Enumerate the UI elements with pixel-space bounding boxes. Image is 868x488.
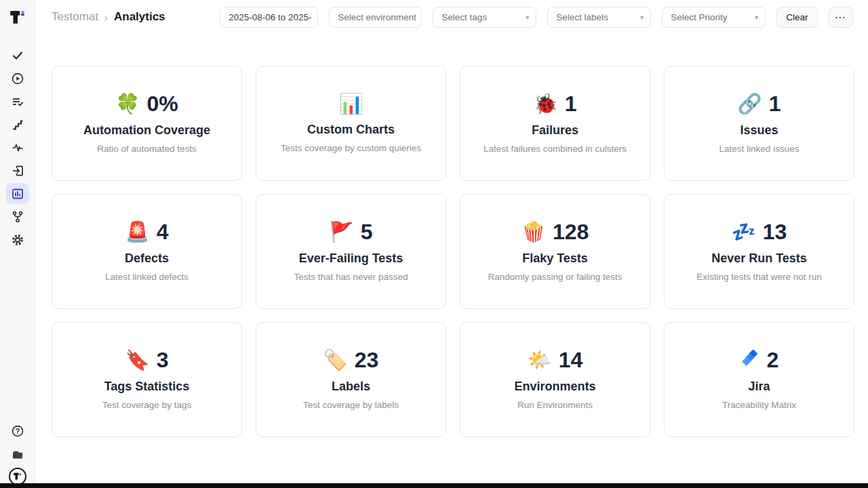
analytics-card[interactable]: 2 Jira Traceability Matrix xyxy=(664,322,854,437)
card-head: 🔗 1 xyxy=(738,93,781,115)
labels-select-placeholder: Select labels xyxy=(556,12,608,22)
branch-icon xyxy=(11,210,24,224)
card-head: 💤 13 xyxy=(732,221,787,243)
check-icon xyxy=(11,49,24,62)
jira-icon xyxy=(740,350,760,370)
sidebar-item-tests[interactable] xyxy=(6,45,29,66)
card-value: 1 xyxy=(565,93,577,115)
pulse-icon xyxy=(11,141,24,155)
card-value: 14 xyxy=(559,349,583,371)
card-title: Labels xyxy=(332,380,370,394)
folder-icon xyxy=(11,448,24,462)
analytics-card[interactable]: 💤 13 Never Run Tests Existing tests that… xyxy=(664,194,854,309)
popcorn-icon: 🍿 xyxy=(521,222,546,242)
red-flag-icon: 🚩 xyxy=(330,222,354,242)
card-subtitle: Run Environments xyxy=(517,400,593,410)
siren-icon: 🚨 xyxy=(125,222,150,242)
card-subtitle: Existing tests that were not run xyxy=(696,272,822,282)
page-header: Testomat › Analytics 2025-08-06 to 2025-… xyxy=(35,0,868,34)
sidebar-item-runs[interactable] xyxy=(6,68,29,89)
sidebar-nav xyxy=(6,45,29,250)
zzz-sleep-icon: 💤 xyxy=(732,222,756,242)
chevron-down-icon: ▾ xyxy=(640,14,644,21)
sidebar-item-pulse[interactable] xyxy=(6,137,29,158)
analytics-card[interactable]: 🍀 0% Automation Coverage Ratio of automa… xyxy=(52,66,242,181)
breadcrumb-separator: › xyxy=(104,12,108,23)
bottom-edge-bar xyxy=(0,483,868,488)
clover-icon: 🍀 xyxy=(115,94,140,114)
bookmark-tag-icon: 🔖 xyxy=(125,350,150,370)
card-value: 23 xyxy=(355,349,379,371)
tags-select[interactable]: Select tags ▾ xyxy=(433,7,536,28)
card-head: 📊 xyxy=(338,94,363,114)
sidebar-item-help[interactable]: ? xyxy=(6,420,29,441)
card-subtitle: Latest linked issues xyxy=(719,144,800,154)
labels-select[interactable]: Select labels ▾ xyxy=(547,7,651,28)
card-title: Never Run Tests xyxy=(711,251,807,266)
bar-chart-icon: 📊 xyxy=(338,94,363,114)
card-value: 2 xyxy=(767,349,779,371)
breadcrumb-project[interactable]: Testomat xyxy=(52,10,98,24)
card-title: Automation Coverage xyxy=(83,123,210,138)
gear-icon xyxy=(11,233,24,247)
analytics-card[interactable]: 🚩 5 Ever-Failing Tests Tests that has ne… xyxy=(256,194,446,309)
card-head: 🏷️ 23 xyxy=(323,349,379,371)
chevron-down-icon: ▾ xyxy=(526,14,529,21)
card-title: Issues xyxy=(740,123,778,138)
card-subtitle: Randomly passing or failing tests xyxy=(488,272,622,282)
card-title: Flaky Tests xyxy=(522,251,588,266)
card-value: 4 xyxy=(157,221,169,243)
card-value: 1 xyxy=(769,93,781,115)
card-title: Ever-Failing Tests xyxy=(299,251,403,266)
breadcrumb-current-page: Analytics xyxy=(114,10,165,24)
sidebar-bottom-nav: ? xyxy=(6,420,29,485)
ladybug-icon: 🐞 xyxy=(534,94,558,114)
analytics-chart-icon xyxy=(11,187,24,201)
card-subtitle: Traceability Matrix xyxy=(722,400,796,410)
clear-button[interactable]: Clear xyxy=(776,7,817,28)
card-head: 🚨 4 xyxy=(125,221,169,243)
card-head: 🌤️ 14 xyxy=(528,349,583,371)
card-head: 🍀 0% xyxy=(115,93,178,115)
sidebar-item-projects[interactable] xyxy=(6,444,29,465)
sidebar-item-imports[interactable] xyxy=(6,160,29,181)
analytics-card[interactable]: 🚨 4 Defects Latest linked defects xyxy=(52,194,242,309)
list-check-icon xyxy=(11,95,24,108)
priority-select[interactable]: Select Priority ▾ xyxy=(662,7,766,28)
testomat-logo-icon xyxy=(9,9,26,26)
priority-select-placeholder: Select Priority xyxy=(671,12,727,22)
sidebar-item-plans[interactable] xyxy=(6,91,29,112)
analytics-card[interactable]: 🏷️ 23 Labels Test coverage by labels xyxy=(256,322,446,437)
card-title: Environments xyxy=(514,380,595,394)
card-title: Jira xyxy=(748,380,770,394)
card-subtitle: Tests that has never passed xyxy=(294,272,408,282)
link-icon: 🔗 xyxy=(738,94,762,114)
analytics-card[interactable]: 📊 Custom Charts Tests coverage by custom… xyxy=(256,66,446,181)
analytics-card[interactable]: 🔗 1 Issues Latest linked issues xyxy=(664,66,854,181)
card-value: 3 xyxy=(157,349,169,371)
sidebar-item-branches[interactable] xyxy=(6,206,29,227)
analytics-card[interactable]: 🐞 1 Failures Latest failures combined in… xyxy=(460,66,650,181)
more-options-button[interactable]: ··· xyxy=(829,7,854,28)
card-subtitle: Test coverage by tags xyxy=(102,400,191,410)
sidebar-item-analytics[interactable] xyxy=(6,183,29,204)
card-value: 0% xyxy=(146,93,178,115)
analytics-card[interactable]: 🌤️ 14 Environments Run Environments xyxy=(460,322,650,437)
help-icon: ? xyxy=(11,424,24,438)
sidebar-item-milestones[interactable] xyxy=(6,114,29,135)
analytics-card[interactable]: 🍿 128 Flaky Tests Randomly passing or fa… xyxy=(460,194,650,309)
card-head: 🍿 128 xyxy=(521,221,589,243)
analytics-cards-grid: 🍀 0% Automation Coverage Ratio of automa… xyxy=(52,66,854,437)
card-title: Custom Charts xyxy=(307,123,395,137)
sidebar-item-settings[interactable] xyxy=(6,229,29,250)
play-circle-icon xyxy=(11,72,24,85)
card-title: Failures xyxy=(532,123,578,138)
testomat-logo[interactable] xyxy=(8,8,27,27)
card-title: Tags Statistics xyxy=(104,380,190,394)
analytics-card[interactable]: 🔖 3 Tags Statistics Test coverage by tag… xyxy=(52,322,242,437)
steps-icon xyxy=(11,118,24,131)
filter-bar: 2025-08-06 to 2025- Select environment ▾… xyxy=(220,7,853,28)
environment-select-placeholder: Select environment xyxy=(338,12,416,22)
date-range-picker[interactable]: 2025-08-06 to 2025- xyxy=(220,7,318,28)
environment-select[interactable]: Select environment ▾ xyxy=(329,7,422,28)
